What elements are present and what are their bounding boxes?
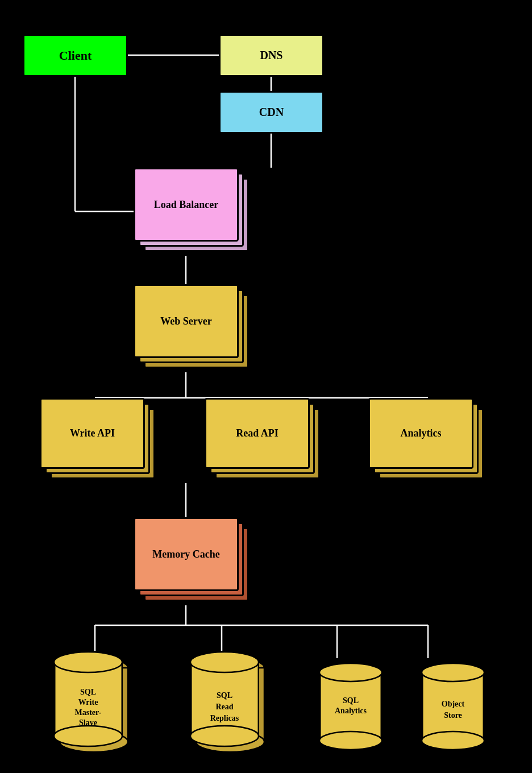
dns-node: DNS bbox=[219, 34, 324, 77]
load-balancer-label: Load Balancer bbox=[154, 199, 219, 211]
analytics-stack: Analytics bbox=[368, 398, 488, 486]
svg-rect-54 bbox=[483, 672, 485, 741]
read-api-stack: Read API bbox=[205, 398, 315, 483]
dns-label: DNS bbox=[260, 49, 282, 62]
svg-text:Slave: Slave bbox=[79, 718, 97, 727]
svg-point-25 bbox=[54, 726, 122, 746]
svg-text:Store: Store bbox=[444, 711, 462, 720]
web-server-label: Web Server bbox=[160, 315, 211, 327]
svg-text:SQL: SQL bbox=[217, 691, 232, 700]
svg-point-55 bbox=[422, 732, 484, 750]
sql-write-db: SQL Write Master- Slave bbox=[45, 648, 142, 762]
svg-text:SQL: SQL bbox=[343, 696, 359, 705]
sql-read-db: SQL Read Replicas bbox=[176, 648, 279, 762]
svg-text:Object: Object bbox=[442, 700, 465, 708]
object-store-db: Object Store bbox=[409, 656, 497, 762]
svg-rect-37 bbox=[258, 662, 260, 736]
svg-point-48 bbox=[319, 663, 382, 681]
load-balancer-stack: Load Balancer bbox=[134, 168, 239, 256]
client-node: Client bbox=[23, 34, 128, 77]
sql-analytics-db: SQL Analytics bbox=[307, 656, 395, 762]
svg-text:Read: Read bbox=[215, 703, 233, 711]
architecture-diagram: Client DNS CDN Load Balancer Web Server … bbox=[0, 0, 532, 773]
svg-point-38 bbox=[190, 726, 259, 746]
cdn-node: CDN bbox=[219, 91, 324, 134]
svg-point-39 bbox=[190, 652, 259, 672]
write-api-label: Write API bbox=[70, 427, 115, 439]
client-label: Client bbox=[59, 48, 92, 63]
svg-text:SQL: SQL bbox=[80, 688, 96, 696]
svg-rect-36 bbox=[190, 662, 192, 736]
svg-rect-53 bbox=[422, 672, 423, 741]
memory-cache-label: Memory Cache bbox=[152, 548, 219, 560]
web-server-stack: Web Server bbox=[134, 284, 239, 372]
write-api-stack: Write API bbox=[40, 398, 151, 483]
analytics-label: Analytics bbox=[401, 427, 442, 439]
svg-point-47 bbox=[319, 732, 382, 750]
svg-point-26 bbox=[54, 652, 122, 672]
read-api-label: Read API bbox=[236, 427, 279, 439]
svg-point-56 bbox=[422, 663, 484, 681]
svg-rect-45 bbox=[319, 672, 321, 741]
svg-text:Write: Write bbox=[78, 698, 98, 706]
svg-rect-24 bbox=[122, 662, 123, 736]
svg-text:Replicas: Replicas bbox=[210, 714, 239, 722]
memory-cache-stack: Memory Cache bbox=[134, 517, 244, 605]
svg-text:Master-: Master- bbox=[75, 708, 102, 717]
svg-rect-23 bbox=[54, 662, 56, 736]
cdn-label: CDN bbox=[259, 106, 284, 119]
svg-text:Analytics: Analytics bbox=[335, 706, 367, 715]
svg-rect-46 bbox=[381, 672, 383, 741]
